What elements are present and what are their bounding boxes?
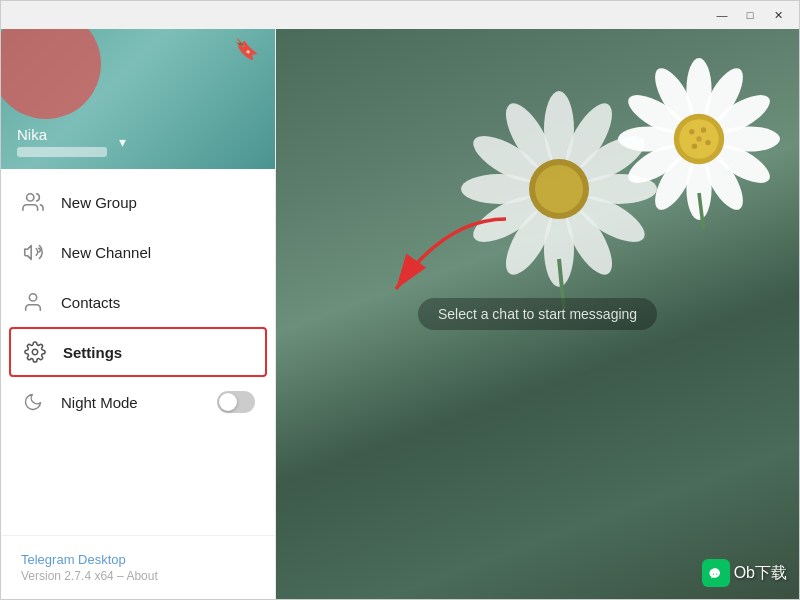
new-channel-label: New Channel <box>61 244 151 261</box>
profile-avatar-bg <box>1 29 101 119</box>
svg-point-17 <box>689 129 694 134</box>
svg-point-0 <box>27 194 34 201</box>
maximize-button[interactable]: □ <box>737 5 763 25</box>
contacts-icon <box>21 290 45 314</box>
sidebar-item-contacts[interactable]: Contacts <box>1 277 275 327</box>
bookmark-icon: 🔖 <box>234 37 259 61</box>
chevron-down-icon[interactable]: ▾ <box>119 134 126 150</box>
contacts-label: Contacts <box>61 294 120 311</box>
svg-point-19 <box>705 140 710 145</box>
svg-point-18 <box>701 127 706 132</box>
svg-point-21 <box>696 136 701 141</box>
new-group-label: New Group <box>61 194 137 211</box>
moon-icon <box>21 390 45 414</box>
svg-point-1 <box>29 294 36 301</box>
empty-chat-message: Select a chat to start messaging <box>418 298 657 330</box>
profile-name: Nika <box>17 126 107 143</box>
profile-phone-placeholder <box>17 147 107 157</box>
profile-text: Nika <box>17 126 107 157</box>
title-bar: — □ ✕ <box>1 1 799 29</box>
watermark: Ob下载 <box>702 559 787 587</box>
window-controls: — □ ✕ <box>709 5 791 25</box>
menu-list: New Group New Channel <box>1 169 275 535</box>
app-container: 🔖 Nika ▾ <box>1 29 799 599</box>
night-mode-label: Night Mode <box>61 394 138 411</box>
sidebar-item-new-group[interactable]: New Group <box>1 177 275 227</box>
night-mode-toggle[interactable] <box>217 391 255 413</box>
sidebar-item-night-mode[interactable]: Night Mode <box>1 377 275 427</box>
watermark-label: Ob下载 <box>734 563 787 584</box>
profile-info: Nika ▾ <box>17 126 126 157</box>
sidebar-footer: Telegram Desktop Version 2.7.4 x64 – Abo… <box>1 535 275 599</box>
minimize-button[interactable]: — <box>709 5 735 25</box>
sidebar-item-settings[interactable]: Settings <box>9 327 267 377</box>
toggle-knob <box>219 393 237 411</box>
megaphone-icon <box>21 240 45 264</box>
chat-area: Select a chat to start messaging Ob下载 <box>276 29 799 599</box>
sidebar: 🔖 Nika ▾ <box>1 29 276 599</box>
svg-point-36 <box>535 165 583 213</box>
group-icon <box>21 190 45 214</box>
svg-point-20 <box>692 144 697 149</box>
profile-header[interactable]: 🔖 Nika ▾ <box>1 29 275 169</box>
settings-label: Settings <box>63 344 122 361</box>
daisy-flower-2 <box>449 89 669 309</box>
app-name-link[interactable]: Telegram Desktop <box>21 552 255 567</box>
wechat-icon <box>702 559 730 587</box>
app-window: — □ ✕ 🔖 Nika ▾ <box>0 0 800 600</box>
version-text: Version 2.7.4 x64 – About <box>21 569 255 583</box>
svg-point-2 <box>32 349 38 355</box>
sidebar-item-new-channel[interactable]: New Channel <box>1 227 275 277</box>
close-button[interactable]: ✕ <box>765 5 791 25</box>
settings-icon <box>23 340 47 364</box>
chat-background: Select a chat to start messaging Ob下载 <box>276 29 799 599</box>
